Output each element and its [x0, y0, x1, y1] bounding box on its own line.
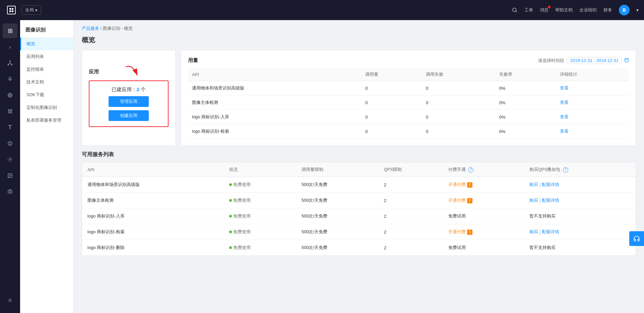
- open-fee-link[interactable]: 开通付费: [448, 229, 466, 234]
- usage-row-rate: 0%: [495, 110, 556, 124]
- app-section-title: 应用: [89, 69, 99, 75]
- breadcrumb-product[interactable]: 产品服务: [82, 26, 99, 31]
- svc-col-fee: 付费开通 ?: [443, 163, 524, 177]
- avatar-chevron-icon: ▾: [636, 7, 639, 13]
- services-section: 可用服务列表 API 状态 调用量限制 QPS限制 付费开通 ? 购买QPS叠加…: [82, 151, 636, 256]
- free-trial-label: 免费试用: [448, 245, 466, 250]
- sidebar-item-private[interactable]: 私有部署服务管理: [20, 114, 73, 127]
- buy-link[interactable]: 购买: [529, 229, 538, 234]
- sidebar-icon-transform[interactable]: [3, 104, 17, 119]
- pipe: |: [539, 229, 540, 234]
- svg-rect-13: [9, 77, 11, 79]
- ticket-nav[interactable]: 工单: [524, 7, 533, 13]
- svc-row-buy: 购买|配额详情: [524, 193, 636, 208]
- sidebar-icon-globe[interactable]: [3, 88, 17, 103]
- buy-link[interactable]: 购买: [529, 182, 538, 187]
- sidebar-icon-gear[interactable]: [3, 152, 17, 167]
- date-value[interactable]: 2019-12-31 - 2019-12-31: [567, 57, 622, 64]
- manage-app-button[interactable]: 管理应用: [109, 96, 149, 107]
- sidebar-item-sdk[interactable]: SDK下载: [20, 88, 73, 101]
- app-box: 已建应用：2 个 管理应用 创建应用: [89, 80, 169, 127]
- sidebar-icon-face[interactable]: [3, 136, 17, 151]
- sidebar-icon-nodes[interactable]: [3, 56, 17, 70]
- usage-row-detail[interactable]: 查看: [556, 81, 629, 96]
- svc-row-buy: 购买|配额详情: [524, 224, 636, 240]
- buy-question-icon[interactable]: ?: [563, 167, 568, 173]
- usage-row-detail[interactable]: 查看: [556, 124, 629, 139]
- sidebar-icon-grid[interactable]: ⊞: [3, 23, 17, 38]
- buy-link[interactable]: 购买: [529, 198, 538, 203]
- usage-row-api: logo 商标识别-检索: [188, 124, 361, 139]
- usage-table-row: 通用物体和场景识别高级版 0 0 0% 查看: [188, 81, 629, 96]
- sidebar-item-applist[interactable]: 应用列表: [20, 50, 73, 63]
- sidebar-icon-mic[interactable]: [3, 72, 17, 86]
- page-title: 概览: [82, 36, 636, 45]
- date-selector: 请选择时间段 2019-12-31 - 2019-12-31: [538, 57, 629, 64]
- float-support-button[interactable]: [629, 231, 644, 246]
- calendar-icon[interactable]: [624, 58, 629, 63]
- sidebar-item-custom[interactable]: 定制化图像识别: [20, 101, 73, 114]
- buy-detail-link[interactable]: 配额详情: [542, 198, 559, 203]
- svg-point-25: [9, 191, 11, 192]
- global-selector[interactable]: 全局 ▾: [21, 5, 41, 15]
- pipe: |: [539, 182, 540, 187]
- svc-row-buy: 购买|配额详情: [524, 177, 636, 193]
- usage-row-calls: 0: [361, 81, 422, 96]
- svc-row-fee: 开通付费!: [443, 177, 524, 193]
- status-text: 免费使用: [233, 229, 251, 234]
- message-badge: [548, 6, 551, 8]
- sidebar-icon-image2[interactable]: [3, 168, 17, 183]
- sidebar-icon-text[interactable]: T: [3, 120, 17, 135]
- col-api: API: [188, 68, 361, 81]
- sidebar-item-docs[interactable]: 技术文档: [20, 76, 73, 88]
- fee-question-icon[interactable]: ?: [468, 167, 473, 173]
- svc-row-status: 免费使用: [224, 240, 296, 256]
- svg-rect-2: [12, 8, 13, 10]
- svc-row-qps: 2: [379, 177, 443, 193]
- col-detail: 详细统计: [556, 68, 629, 81]
- svc-row-status: 免费使用: [224, 177, 296, 193]
- usage-row-detail[interactable]: 查看: [556, 110, 629, 124]
- global-label: 全局: [25, 7, 34, 13]
- status-text: 免费使用: [233, 198, 251, 203]
- org-nav[interactable]: 企业组织: [579, 7, 597, 13]
- finance-nav[interactable]: 财务: [603, 7, 612, 13]
- open-fee-link[interactable]: 开通付费: [448, 198, 466, 203]
- usage-row-rate: 0%: [495, 96, 556, 110]
- svc-row-limit: 500次/天免费: [296, 224, 379, 240]
- status-text: 免费使用: [233, 213, 251, 218]
- buy-detail-link[interactable]: 配额详情: [542, 182, 559, 187]
- usage-table-header: API 调用量 调用失败 失败率 详细统计: [188, 68, 629, 81]
- col-failures: 调用失败: [422, 68, 495, 81]
- sidebar-item-overview[interactable]: 概览: [20, 38, 73, 50]
- services-table-header: API 状态 调用量限制 QPS限制 付费开通 ? 购买QPS叠加包 ?: [82, 163, 636, 177]
- svc-row-fee: 开通付费!: [443, 224, 524, 240]
- search-button[interactable]: [512, 7, 518, 13]
- svc-col-limit: 调用量限制: [296, 163, 379, 177]
- pipe: |: [539, 198, 540, 203]
- status-text: 免费使用: [233, 182, 251, 187]
- sidebar-item-monitor[interactable]: 监控报表: [20, 63, 73, 76]
- user-avatar[interactable]: B: [619, 5, 630, 15]
- usage-row-detail[interactable]: 查看: [556, 96, 629, 110]
- services-table-row: 通用物体和场景识别高级版 免费使用 500次/天免费 2 开通付费! 购买|配额…: [82, 177, 636, 193]
- help-nav[interactable]: 帮助文档: [555, 7, 573, 13]
- open-fee-link[interactable]: 开通付费: [448, 182, 466, 187]
- message-nav[interactable]: 消息: [540, 7, 549, 13]
- svg-line-11: [8, 64, 10, 64]
- sidebar-icon-photo[interactable]: [3, 184, 17, 199]
- sidebar-icon-expand[interactable]: ›: [3, 40, 17, 54]
- svg-point-19: [9, 143, 9, 143]
- svg-line-12: [10, 64, 12, 64]
- usage-row-calls: 0: [361, 96, 422, 110]
- topnav: 全局 ▾ 工单 消息 帮助文档 企业组织 财务 B ▾: [0, 0, 644, 20]
- chevron-down-icon: ▾: [35, 8, 38, 13]
- status-dot: [229, 231, 232, 233]
- svc-row-api: logo 商标识别-删除: [82, 240, 224, 256]
- usage-table: API 调用量 调用失败 失败率 详细统计 通用物体和场景识别高级版 0 0 0…: [188, 68, 629, 139]
- sidebar-icon-menu[interactable]: ≡: [3, 293, 17, 308]
- create-app-button[interactable]: 创建应用: [109, 110, 149, 121]
- status-dot: [229, 246, 232, 249]
- buy-detail-link[interactable]: 配额详情: [542, 229, 559, 234]
- svg-point-5: [513, 8, 516, 12]
